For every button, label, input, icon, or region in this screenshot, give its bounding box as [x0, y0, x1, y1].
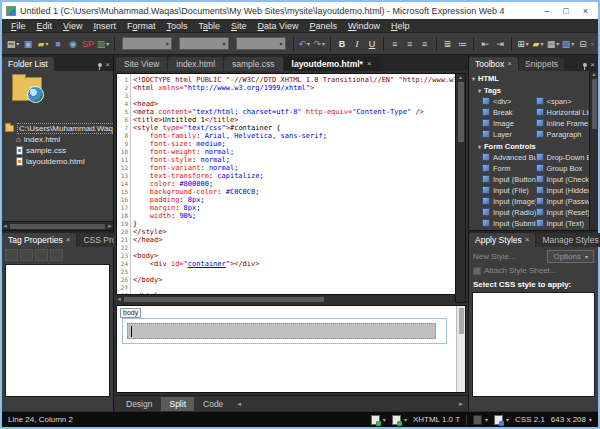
menu-data-view[interactable]: Data View: [253, 20, 304, 32]
minimize-button[interactable]: –: [544, 6, 549, 16]
view-tab-code[interactable]: Code: [195, 397, 231, 411]
open-folder-button[interactable]: ▰▾: [36, 36, 50, 52]
align-center-button[interactable]: ≡: [403, 36, 417, 52]
save-button[interactable]: ■: [51, 36, 65, 52]
compatibility-check-icon[interactable]: [392, 415, 401, 425]
superpreview-button[interactable]: SP: [81, 36, 95, 52]
new-document-button[interactable]: ▤▾: [6, 36, 20, 52]
menu-format[interactable]: Format: [122, 20, 161, 32]
quick-tag-selector[interactable]: body: [120, 308, 141, 318]
code-vscrollbar[interactable]: ▲: [455, 74, 465, 302]
doc-tab-index-html[interactable]: index.html: [168, 57, 223, 71]
new-style-button[interactable]: New Style...: [473, 252, 516, 261]
tag-summary-icon[interactable]: [50, 249, 63, 261]
toolbox-item--div-[interactable]: <div>: [482, 96, 536, 106]
scroll-left-icon[interactable]: ◄: [2, 223, 8, 229]
menu-view[interactable]: View: [58, 20, 87, 32]
toolbox-item-break[interactable]: Break: [482, 107, 536, 117]
pin-icon[interactable]: [583, 63, 587, 67]
close-tab-icon[interactable]: ×: [66, 236, 71, 244]
scroll-right-icon[interactable]: ►: [454, 401, 468, 407]
scroll-left-icon[interactable]: ◄: [116, 296, 122, 302]
style-combobox[interactable]: ▾: [122, 37, 172, 50]
menu-site[interactable]: Site: [226, 20, 252, 32]
doc-tab-layoutdemo-html-[interactable]: layoutdemo.html*×: [284, 57, 380, 71]
attach-stylesheet-button[interactable]: Attach Style Sheet...: [469, 264, 598, 277]
toolbox-group-form-controls[interactable]: ▾Form Controls: [478, 142, 589, 151]
toolbox-item-input-submit-[interactable]: Input (Submit): [482, 218, 536, 228]
undo-button[interactable]: ↶▾: [297, 36, 311, 52]
close-tab-icon[interactable]: ×: [525, 236, 530, 244]
folder-list-hscrollbar[interactable]: ◄ ►: [2, 221, 113, 230]
page-size-indicator[interactable]: 643 x 208: [551, 415, 586, 424]
menu-tools[interactable]: Tools: [161, 20, 192, 32]
apply-styles-tab-apply-styles[interactable]: Apply Styles×: [469, 233, 535, 247]
maximize-button[interactable]: □: [563, 6, 568, 16]
highlight-button[interactable]: ▰▾: [531, 36, 545, 52]
positioning-button[interactable]: ⊟: [576, 36, 590, 52]
publish-button[interactable]: ▥▾: [96, 36, 110, 52]
show-set-properties-icon[interactable]: [35, 249, 48, 261]
tree-item-layoutdemo-html[interactable]: layoutdemo.html: [2, 156, 113, 167]
code-error-check-icon[interactable]: [371, 415, 380, 425]
align-right-button[interactable]: ≡: [418, 36, 432, 52]
font-family-combobox[interactable]: ▾: [179, 37, 229, 50]
design-vscrollbar[interactable]: [456, 306, 465, 392]
insert-table-button[interactable]: ⊞▾: [516, 36, 530, 52]
toolbox-item-drop-down-box[interactable]: Drop-Down Box: [536, 152, 590, 162]
toolbox-tab-snippets[interactable]: Snippets: [519, 57, 564, 71]
underline-button[interactable]: U: [365, 36, 379, 52]
borders-button[interactable]: ▦▾: [546, 36, 560, 52]
decrease-indent-button[interactable]: ⇤: [478, 36, 492, 52]
toolbar-overflow-icon[interactable]: ▿: [591, 40, 594, 47]
scroll-left-icon[interactable]: ◄: [232, 401, 246, 407]
tag-properties-tab-tag-properties[interactable]: Tag Properties×: [2, 233, 76, 247]
css-schema-indicator[interactable]: CSS 2.1: [515, 415, 545, 424]
toolbox-vscrollbar[interactable]: ▲: [589, 71, 598, 230]
bold-button[interactable]: B: [335, 36, 349, 52]
toolbox-item-input-radio-[interactable]: Input (Radio): [482, 207, 536, 217]
apply-styles-tab-manage-styles[interactable]: Manage Styles: [536, 233, 600, 247]
toolbox-item-input-button-[interactable]: Input (Button): [482, 174, 536, 184]
toolbox-item-label[interactable]: Label: [482, 229, 536, 230]
options-button[interactable]: Options ▾: [547, 250, 594, 263]
scroll-up-icon[interactable]: ▲: [458, 74, 463, 80]
toolbox-item-group-box[interactable]: Group Box: [536, 163, 590, 173]
toolbox-root-html[interactable]: ▾HTML: [472, 74, 589, 83]
open-page-button[interactable]: ▣: [21, 36, 35, 52]
close-panel-icon[interactable]: ×: [590, 61, 595, 69]
tree-item-index-html[interactable]: ⌂index.html: [2, 134, 113, 145]
view-tab-split[interactable]: Split: [161, 397, 194, 411]
scrollbar-thumb[interactable]: [10, 224, 105, 229]
redo-button[interactable]: ↷▾: [312, 36, 326, 52]
toolbox-item-input-file-[interactable]: Input (File): [482, 185, 536, 195]
toolbox-item-inline-frame[interactable]: Inline Frame: [536, 118, 590, 128]
menu-window[interactable]: Window: [343, 20, 385, 32]
doc-tab-site-view[interactable]: Site View: [116, 57, 167, 71]
scrollbar-thumb[interactable]: [459, 308, 464, 334]
code-hscrollbar[interactable]: ◄: [116, 294, 455, 303]
menu-help[interactable]: Help: [386, 20, 415, 32]
menu-table[interactable]: Table: [193, 20, 225, 32]
scrollbar-thumb[interactable]: [124, 297, 324, 302]
scroll-up-icon[interactable]: ▲: [592, 71, 597, 77]
toolbox-item-input-text-[interactable]: Input (Text): [536, 218, 590, 228]
view-tab-design[interactable]: Design: [118, 397, 160, 411]
toolbox-item-input-reset-[interactable]: Input (Reset): [536, 207, 590, 217]
show-categorized-icon[interactable]: [5, 249, 18, 261]
toolbox-item-form[interactable]: Form: [482, 163, 536, 173]
bullet-list-button[interactable]: ≔: [455, 36, 469, 52]
style-application-icon[interactable]: [473, 415, 482, 425]
tree-item-sample-css[interactable]: sample.css: [2, 145, 113, 156]
scrollbar-thumb[interactable]: [592, 79, 597, 129]
doctype-indicator[interactable]: XHTML 1.0 T: [413, 415, 460, 424]
toolbox-item-input-check-[interactable]: Input (Check...: [536, 174, 590, 184]
toolbox-item-advanced-bu-[interactable]: Advanced Bu...: [482, 152, 536, 162]
menu-panels[interactable]: Panels: [304, 20, 342, 32]
pin-icon[interactable]: [98, 63, 102, 67]
align-left-button[interactable]: ≡: [388, 36, 402, 52]
design-canvas[interactable]: body: [116, 305, 466, 393]
doc-tab-sample-css[interactable]: sample.css: [224, 57, 283, 71]
toolbox-item-input-hidden-[interactable]: Input (Hidden): [536, 185, 590, 195]
fill-color-button[interactable]: ▨▾: [561, 36, 575, 52]
